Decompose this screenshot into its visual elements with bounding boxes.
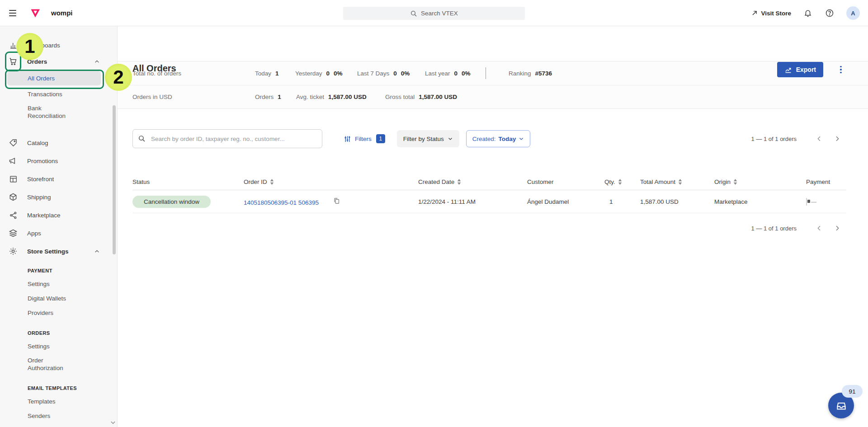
sidebar-item-label: Providers — [28, 310, 53, 316]
stats-panel: Total no. of orders Today1 Yesterday00% … — [118, 61, 868, 109]
origin-cell: Marketplace — [714, 198, 806, 205]
status-filter-dropdown[interactable]: Filter by Status — [397, 130, 459, 147]
sidebar-item-catalog[interactable]: Catalog — [0, 134, 117, 152]
sort-icon[interactable] — [270, 179, 274, 185]
sidebar-item-templates[interactable]: Templates — [0, 394, 117, 408]
kebab-menu[interactable] — [836, 65, 845, 74]
metric-avg-ticket: Avg. ticket1,587.00 USD — [296, 94, 385, 100]
column-customer: Customer — [527, 178, 604, 185]
vtex-logo[interactable] — [30, 8, 41, 19]
annotation-highlight-all-orders — [5, 70, 104, 89]
box-icon — [8, 192, 18, 202]
sidebar-item-order-authorization[interactable]: Order Authorization — [0, 353, 117, 375]
sidebar-item-label: Templates — [28, 398, 56, 405]
column-total-amount[interactable]: Total Amount — [640, 178, 714, 185]
column-order-id[interactable]: Order ID — [244, 178, 418, 185]
sidebar-section-orders: ORDERS — [0, 325, 117, 339]
sidebar-scrollbar[interactable] — [113, 105, 116, 254]
order-id-link[interactable]: 1405180506395-01 506395 — [244, 199, 319, 206]
table-header: Status Order ID Created Date Customer Qt… — [132, 174, 846, 190]
chevron-up-icon[interactable] — [94, 249, 100, 254]
export-button[interactable]: Export — [777, 62, 823, 77]
column-status: Status — [132, 178, 244, 185]
metric-orders: Orders1 — [255, 94, 296, 100]
share-icon — [8, 210, 18, 220]
chevron-up-icon[interactable] — [94, 59, 100, 65]
payment-card-icon[interactable] — [806, 198, 807, 206]
visit-store-link[interactable]: Visit Store — [751, 10, 791, 17]
table-row[interactable]: Cancellation window 1405180506395-01 506… — [132, 190, 846, 213]
external-link-icon — [751, 10, 758, 16]
menu-icon[interactable] — [9, 9, 16, 18]
sort-icon[interactable] — [457, 179, 461, 185]
sidebar-item-shipping[interactable]: Shipping — [0, 188, 117, 206]
column-created-date[interactable]: Created Date — [418, 178, 527, 185]
chevron-down-icon[interactable] — [110, 419, 116, 426]
filters-label: Filters — [355, 136, 372, 142]
sidebar-section-email-templates: EMAIL TEMPLATES — [0, 380, 117, 394]
chevron-left-icon[interactable] — [810, 130, 828, 148]
sidebar-item-bank-reconciliation[interactable]: Bank Reconciliation — [0, 101, 117, 123]
sidebar-item-label: Shipping — [27, 194, 51, 201]
export-icon — [784, 66, 792, 74]
created-date-cell: 1/22/2024 - 11:11 AM — [418, 198, 527, 205]
sidebar-item-providers[interactable]: Providers — [0, 305, 117, 320]
sidebar-item-digital-wallets[interactable]: Digital Wallets — [0, 291, 117, 305]
annotation-step-1: 1 — [16, 33, 43, 60]
sidebar-item-label: Senders — [28, 413, 50, 419]
chevron-down-icon — [519, 136, 524, 141]
sidebar-item-storefront[interactable]: Storefront — [0, 170, 117, 188]
page-title: All Orders — [132, 63, 176, 74]
sort-icon[interactable] — [678, 179, 682, 185]
metric-yesterday: Yesterday00% — [295, 70, 357, 77]
sidebar-item-marketplace[interactable]: Marketplace — [0, 206, 117, 224]
filters-count-badge: 1 — [376, 134, 385, 143]
metric-today: Today1 — [255, 70, 295, 77]
created-filter-dropdown[interactable]: Created: Today — [466, 130, 531, 147]
sidebar-item-payment-settings[interactable]: Settings — [0, 277, 117, 291]
sidebar-item-orders-settings[interactable]: Settings — [0, 339, 117, 353]
global-search[interactable]: Search VTEX — [343, 7, 525, 20]
inbox-icon — [835, 400, 847, 412]
stats-row-orders-usd: Orders in USD Orders1 Avg. ticket1,587.0… — [118, 85, 868, 108]
layers-icon — [8, 228, 18, 238]
order-search-input[interactable] — [132, 129, 322, 148]
sidebar-item-apps[interactable]: Apps — [0, 224, 117, 242]
stats-label: Orders in USD — [132, 94, 255, 100]
visit-store-label: Visit Store — [761, 10, 791, 17]
column-qty[interactable]: Qty. — [604, 178, 640, 185]
search-icon — [138, 135, 146, 142]
chat-unread-badge: 91 — [842, 385, 863, 398]
sidebar-item-label: Promotions — [27, 158, 58, 164]
sliders-icon — [344, 135, 351, 143]
avatar-initial: A — [851, 10, 855, 17]
copy-icon[interactable] — [333, 197, 340, 205]
orders-table: Status Order ID Created Date Customer Qt… — [132, 174, 846, 238]
chevron-right-icon[interactable] — [828, 130, 846, 148]
bell-icon — [803, 9, 812, 18]
sidebar-item-promotions[interactable]: Promotions — [0, 152, 117, 170]
metric-last-7-days: Last 7 Days00% — [357, 70, 425, 77]
sort-icon[interactable] — [618, 179, 622, 185]
global-search-label: Search VTEX — [421, 10, 458, 17]
sort-icon[interactable] — [733, 179, 737, 185]
sidebar-item-senders[interactable]: Senders — [0, 408, 117, 423]
sidebar-item-store-settings[interactable]: Store Settings — [0, 242, 117, 260]
sidebar-item-label: Settings — [28, 343, 50, 350]
chevron-down-icon — [448, 136, 453, 141]
sidebar-item-label: Marketplace — [27, 212, 61, 219]
notifications-button[interactable] — [803, 8, 813, 18]
avatar[interactable]: A — [846, 6, 860, 20]
column-origin[interactable]: Origin — [714, 178, 806, 185]
orders-toolbar: Filters 1 Filter by Status Created: Toda… — [118, 129, 868, 148]
chevron-right-icon[interactable] — [828, 219, 846, 237]
filters-button[interactable]: Filters 1 — [344, 134, 385, 143]
sidebar-item-label: Transactions — [28, 91, 62, 98]
pagination-top: 1 — 1 of 1 orders — [751, 130, 846, 148]
topbar: wompi Search VTEX Visit Store A — [0, 0, 868, 26]
pagination-text: 1 — 1 of 1 orders — [751, 136, 797, 142]
sidebar-item-label: Store Settings — [27, 248, 69, 255]
help-button[interactable] — [825, 8, 835, 18]
status-badge: Cancellation window — [132, 196, 211, 208]
chevron-left-icon[interactable] — [810, 219, 828, 237]
